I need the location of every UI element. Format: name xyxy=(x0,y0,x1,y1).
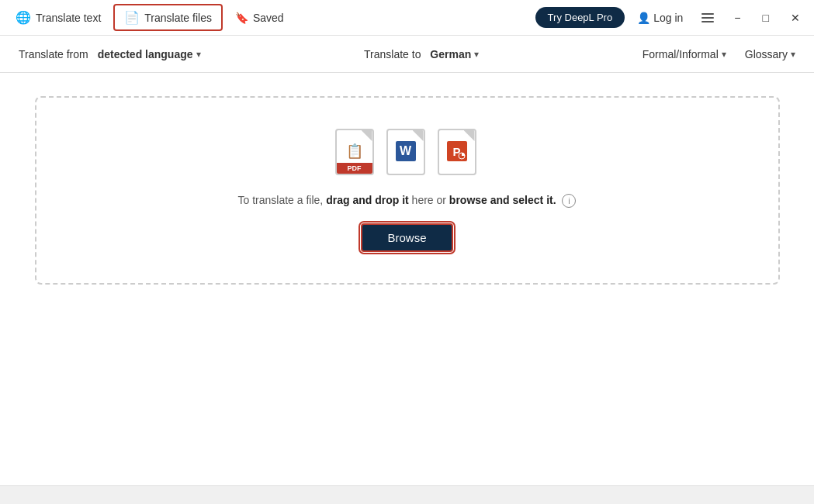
drop-instruction: To translate a file, drag and drop it he… xyxy=(238,194,577,208)
translate-text-icon: 🌐 xyxy=(16,10,31,25)
word-file-icon: W xyxy=(386,129,428,178)
maximize-button[interactable]: □ xyxy=(755,9,777,27)
formality-selector[interactable]: Formal/Informal ▾ xyxy=(636,45,733,64)
target-language-selector[interactable]: Translate to German ▾ xyxy=(358,45,485,64)
translate-text-tab[interactable]: 🌐 Translate text xyxy=(6,5,110,29)
titlebar-right: Try DeepL Pro 👤 Log in − □ ✕ xyxy=(535,7,808,28)
hamburger-icon xyxy=(701,13,714,22)
translate-files-tab[interactable]: 📄 Translate files xyxy=(113,4,223,31)
translate-text-label: Translate text xyxy=(36,12,101,24)
status-bar xyxy=(0,485,814,504)
close-button[interactable]: ✕ xyxy=(783,9,808,27)
hamburger-menu-button[interactable] xyxy=(695,10,720,26)
source-language-selector[interactable]: Translate from detected language ▾ xyxy=(12,45,207,64)
formality-label: Formal/Informal xyxy=(643,48,719,60)
main-content: 📋 PDF W P xyxy=(0,73,814,485)
login-label: Log in xyxy=(653,12,683,24)
powerpoint-file-icon: P xyxy=(438,129,480,178)
titlebar: 🌐 Translate text 📄 Translate files 🔖 Sav… xyxy=(0,0,814,36)
instruction-bold1: drag and drop it xyxy=(326,194,409,206)
translate-files-icon: 📄 xyxy=(124,10,140,25)
pdf-file-icon: 📋 PDF xyxy=(335,129,377,178)
login-button[interactable]: 👤 Log in xyxy=(631,9,689,27)
glossary-label: Glossary xyxy=(745,48,788,60)
info-icon[interactable]: i xyxy=(562,194,576,208)
instruction-plain: To translate a file, xyxy=(238,194,324,206)
pdf-label: PDF xyxy=(337,163,372,174)
glossary-selector[interactable]: Glossary ▾ xyxy=(739,45,802,64)
user-icon: 👤 xyxy=(637,12,650,24)
file-type-icons: 📋 PDF W P xyxy=(335,129,480,178)
minimize-button[interactable]: − xyxy=(726,9,748,27)
source-language-chevron: ▾ xyxy=(196,49,201,60)
translate-files-label: Translate files xyxy=(144,12,212,24)
titlebar-left: 🌐 Translate text 📄 Translate files 🔖 Sav… xyxy=(6,4,293,31)
file-drop-zone[interactable]: 📋 PDF W P xyxy=(35,96,780,285)
glossary-chevron: ▾ xyxy=(791,49,795,60)
saved-button[interactable]: 🔖 Saved xyxy=(226,7,293,29)
saved-icon: 🔖 xyxy=(235,12,248,24)
formality-chevron: ▾ xyxy=(722,49,726,60)
instruction-bold2: browse and select it. xyxy=(449,194,556,206)
saved-label: Saved xyxy=(253,12,284,24)
target-language-chevron: ▾ xyxy=(474,49,479,60)
browse-button[interactable]: Browse xyxy=(361,223,452,252)
try-deepl-button[interactable]: Try DeepL Pro xyxy=(535,7,625,28)
from-prefix-label: Translate from xyxy=(19,48,88,60)
word-brand-letter: W xyxy=(396,141,416,161)
to-prefix-label: Translate to xyxy=(364,48,421,60)
ppt-brand-letter: P xyxy=(447,141,467,161)
source-language-value: detected language xyxy=(98,48,193,60)
target-language-value: German xyxy=(430,48,471,60)
language-toolbar: Translate from detected language ▾ Trans… xyxy=(0,36,814,73)
instruction-middle: here or xyxy=(412,194,446,206)
